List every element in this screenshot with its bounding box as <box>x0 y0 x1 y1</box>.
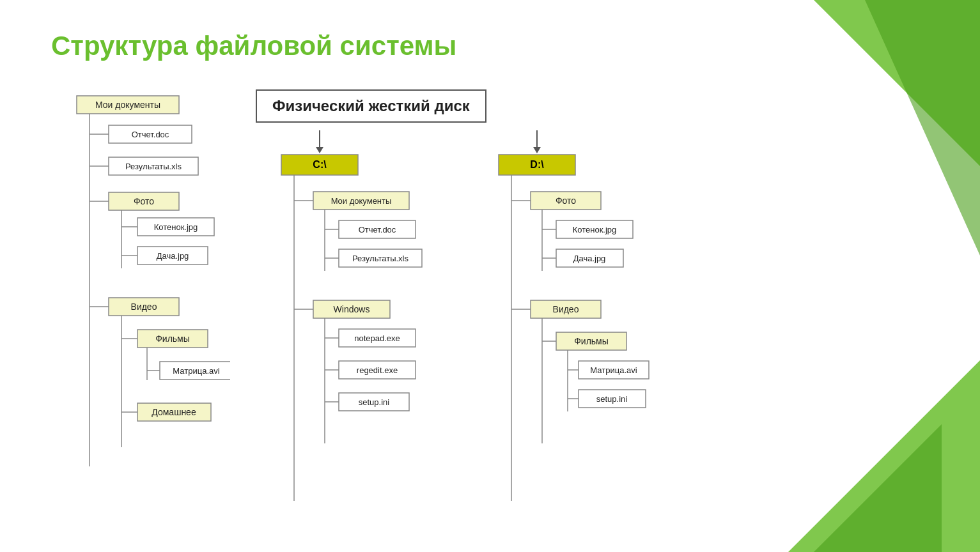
disk-section: Физический жесткий диск C:\ Мои <box>256 89 942 539</box>
svg-text:Домашнее: Домашнее <box>152 407 196 417</box>
svg-text:Фото: Фото <box>134 196 154 206</box>
svg-text:Котенок.jpg: Котенок.jpg <box>154 222 198 232</box>
svg-text:Матрица.avi: Матрица.avi <box>173 366 219 376</box>
svg-text:Мои документы: Мои документы <box>95 100 160 110</box>
svg-marker-34 <box>316 147 323 153</box>
drive-d-svg: D:\ Фото Котенок.jpg Д <box>473 130 652 539</box>
svg-text:Windows: Windows <box>334 304 370 314</box>
svg-text:Отчет.doc: Отчет.doc <box>359 225 396 234</box>
svg-text:Дача.jpg: Дача.jpg <box>157 251 189 261</box>
svg-text:setup.ini: setup.ini <box>596 394 628 404</box>
svg-text:regedit.exe: regedit.exe <box>357 365 398 375</box>
disk-title: Физический жесткий диск <box>256 89 486 123</box>
svg-text:Котенок.jpg: Котенок.jpg <box>573 225 617 234</box>
svg-marker-62 <box>533 147 541 153</box>
svg-text:Фильмы: Фильмы <box>574 336 609 346</box>
svg-text:Результаты.xls: Результаты.xls <box>125 162 182 171</box>
svg-text:D:\: D:\ <box>530 159 544 170</box>
svg-text:Матрица.avi: Матрица.avi <box>590 365 637 375</box>
drives-container: C:\ Мои документы Отчет.doc <box>256 130 652 539</box>
drive-c-svg: C:\ Мои документы Отчет.doc <box>256 130 435 539</box>
svg-text:Результаты.xls: Результаты.xls <box>352 254 408 263</box>
drive-d-tree: D:\ Фото Котенок.jpg Д <box>473 130 652 539</box>
svg-text:Видео: Видео <box>131 302 157 312</box>
svg-text:Мои документы: Мои документы <box>331 196 392 206</box>
left-tree-svg: Мои документы Отчет.doc Результаты.xls Ф… <box>38 89 230 498</box>
svg-text:Фото: Фото <box>556 195 576 206</box>
svg-text:notepad.exe: notepad.exe <box>354 334 400 343</box>
svg-text:Видео: Видео <box>553 304 579 314</box>
left-tree-section: Мои документы Отчет.doc Результаты.xls Ф… <box>38 89 230 498</box>
svg-text:Дача.jpg: Дача.jpg <box>573 254 606 263</box>
svg-text:Отчет.doc: Отчет.doc <box>132 130 169 139</box>
svg-text:setup.ini: setup.ini <box>359 397 390 407</box>
svg-text:Фильмы: Фильмы <box>155 334 190 344</box>
drive-c-tree: C:\ Мои документы Отчет.doc <box>256 130 435 539</box>
content-area: Мои документы Отчет.doc Результаты.xls Ф… <box>38 89 942 539</box>
svg-text:C:\: C:\ <box>313 159 327 170</box>
page-title: Структура файловой системы <box>51 31 456 61</box>
